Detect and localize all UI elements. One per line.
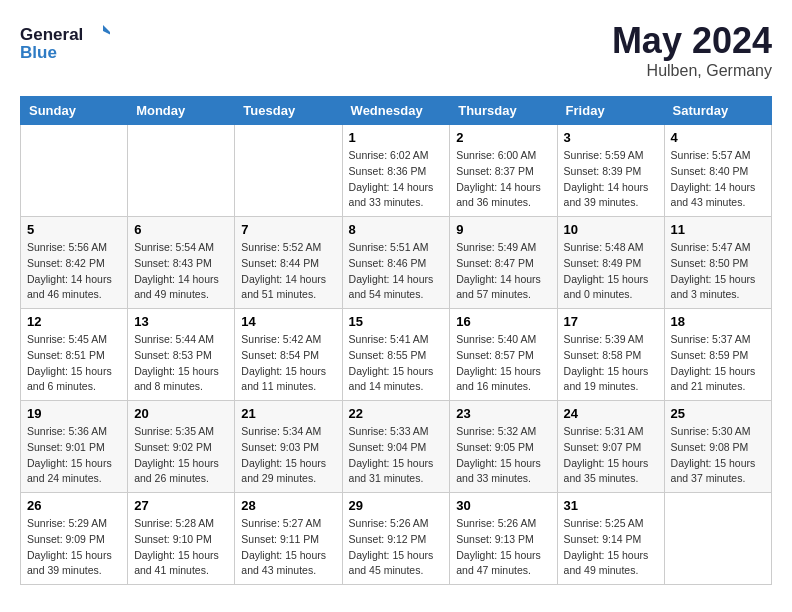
day-number: 30 bbox=[456, 498, 550, 513]
calendar-day-3: 3Sunrise: 5:59 AM Sunset: 8:39 PM Daylig… bbox=[557, 125, 664, 217]
day-info: Sunrise: 5:49 AM Sunset: 8:47 PM Dayligh… bbox=[456, 240, 550, 303]
day-info: Sunrise: 5:41 AM Sunset: 8:55 PM Dayligh… bbox=[349, 332, 444, 395]
day-number: 17 bbox=[564, 314, 658, 329]
day-info: Sunrise: 5:47 AM Sunset: 8:50 PM Dayligh… bbox=[671, 240, 765, 303]
day-number: 3 bbox=[564, 130, 658, 145]
calendar-day-18: 18Sunrise: 5:37 AM Sunset: 8:59 PM Dayli… bbox=[664, 309, 771, 401]
day-info: Sunrise: 5:57 AM Sunset: 8:40 PM Dayligh… bbox=[671, 148, 765, 211]
day-number: 27 bbox=[134, 498, 228, 513]
month-title: May 2024 bbox=[612, 20, 772, 62]
day-number: 2 bbox=[456, 130, 550, 145]
calendar-day-7: 7Sunrise: 5:52 AM Sunset: 8:44 PM Daylig… bbox=[235, 217, 342, 309]
weekday-header-friday: Friday bbox=[557, 97, 664, 125]
empty-day-cell bbox=[664, 493, 771, 585]
day-info: Sunrise: 5:48 AM Sunset: 8:49 PM Dayligh… bbox=[564, 240, 658, 303]
location-subtitle: Hulben, Germany bbox=[612, 62, 772, 80]
calendar-day-12: 12Sunrise: 5:45 AM Sunset: 8:51 PM Dayli… bbox=[21, 309, 128, 401]
weekday-header-wednesday: Wednesday bbox=[342, 97, 450, 125]
calendar-day-10: 10Sunrise: 5:48 AM Sunset: 8:49 PM Dayli… bbox=[557, 217, 664, 309]
day-info: Sunrise: 5:42 AM Sunset: 8:54 PM Dayligh… bbox=[241, 332, 335, 395]
day-number: 12 bbox=[27, 314, 121, 329]
day-info: Sunrise: 5:25 AM Sunset: 9:14 PM Dayligh… bbox=[564, 516, 658, 579]
calendar-day-4: 4Sunrise: 5:57 AM Sunset: 8:40 PM Daylig… bbox=[664, 125, 771, 217]
weekday-header-saturday: Saturday bbox=[664, 97, 771, 125]
day-info: Sunrise: 6:02 AM Sunset: 8:36 PM Dayligh… bbox=[349, 148, 444, 211]
svg-text:General: General bbox=[20, 25, 83, 44]
weekday-header-tuesday: Tuesday bbox=[235, 97, 342, 125]
logo-svg: General Blue bbox=[20, 20, 110, 65]
day-number: 10 bbox=[564, 222, 658, 237]
day-info: Sunrise: 5:39 AM Sunset: 8:58 PM Dayligh… bbox=[564, 332, 658, 395]
day-number: 7 bbox=[241, 222, 335, 237]
calendar-day-6: 6Sunrise: 5:54 AM Sunset: 8:43 PM Daylig… bbox=[128, 217, 235, 309]
calendar-week-row: 1Sunrise: 6:02 AM Sunset: 8:36 PM Daylig… bbox=[21, 125, 772, 217]
weekday-header-thursday: Thursday bbox=[450, 97, 557, 125]
day-number: 13 bbox=[134, 314, 228, 329]
title-block: May 2024 Hulben, Germany bbox=[612, 20, 772, 80]
day-number: 28 bbox=[241, 498, 335, 513]
calendar-day-19: 19Sunrise: 5:36 AM Sunset: 9:01 PM Dayli… bbox=[21, 401, 128, 493]
calendar-week-row: 12Sunrise: 5:45 AM Sunset: 8:51 PM Dayli… bbox=[21, 309, 772, 401]
day-number: 6 bbox=[134, 222, 228, 237]
day-info: Sunrise: 5:54 AM Sunset: 8:43 PM Dayligh… bbox=[134, 240, 228, 303]
day-info: Sunrise: 5:45 AM Sunset: 8:51 PM Dayligh… bbox=[27, 332, 121, 395]
svg-marker-2 bbox=[103, 25, 110, 37]
calendar-table: SundayMondayTuesdayWednesdayThursdayFrid… bbox=[20, 96, 772, 585]
calendar-week-row: 5Sunrise: 5:56 AM Sunset: 8:42 PM Daylig… bbox=[21, 217, 772, 309]
weekday-header-row: SundayMondayTuesdayWednesdayThursdayFrid… bbox=[21, 97, 772, 125]
calendar-day-31: 31Sunrise: 5:25 AM Sunset: 9:14 PM Dayli… bbox=[557, 493, 664, 585]
day-info: Sunrise: 6:00 AM Sunset: 8:37 PM Dayligh… bbox=[456, 148, 550, 211]
day-info: Sunrise: 5:33 AM Sunset: 9:04 PM Dayligh… bbox=[349, 424, 444, 487]
calendar-day-30: 30Sunrise: 5:26 AM Sunset: 9:13 PM Dayli… bbox=[450, 493, 557, 585]
day-number: 25 bbox=[671, 406, 765, 421]
day-number: 8 bbox=[349, 222, 444, 237]
calendar-day-20: 20Sunrise: 5:35 AM Sunset: 9:02 PM Dayli… bbox=[128, 401, 235, 493]
calendar-day-11: 11Sunrise: 5:47 AM Sunset: 8:50 PM Dayli… bbox=[664, 217, 771, 309]
day-number: 1 bbox=[349, 130, 444, 145]
day-number: 9 bbox=[456, 222, 550, 237]
svg-text:Blue: Blue bbox=[20, 43, 57, 62]
calendar-day-23: 23Sunrise: 5:32 AM Sunset: 9:05 PM Dayli… bbox=[450, 401, 557, 493]
day-number: 22 bbox=[349, 406, 444, 421]
calendar-day-21: 21Sunrise: 5:34 AM Sunset: 9:03 PM Dayli… bbox=[235, 401, 342, 493]
day-number: 24 bbox=[564, 406, 658, 421]
day-info: Sunrise: 5:29 AM Sunset: 9:09 PM Dayligh… bbox=[27, 516, 121, 579]
day-number: 4 bbox=[671, 130, 765, 145]
calendar-day-28: 28Sunrise: 5:27 AM Sunset: 9:11 PM Dayli… bbox=[235, 493, 342, 585]
empty-day-cell bbox=[128, 125, 235, 217]
day-number: 5 bbox=[27, 222, 121, 237]
day-number: 19 bbox=[27, 406, 121, 421]
calendar-day-26: 26Sunrise: 5:29 AM Sunset: 9:09 PM Dayli… bbox=[21, 493, 128, 585]
day-number: 29 bbox=[349, 498, 444, 513]
day-number: 21 bbox=[241, 406, 335, 421]
calendar-day-8: 8Sunrise: 5:51 AM Sunset: 8:46 PM Daylig… bbox=[342, 217, 450, 309]
day-number: 20 bbox=[134, 406, 228, 421]
page-header: General Blue May 2024 Hulben, Germany bbox=[20, 20, 772, 80]
calendar-week-row: 19Sunrise: 5:36 AM Sunset: 9:01 PM Dayli… bbox=[21, 401, 772, 493]
calendar-day-25: 25Sunrise: 5:30 AM Sunset: 9:08 PM Dayli… bbox=[664, 401, 771, 493]
day-info: Sunrise: 5:27 AM Sunset: 9:11 PM Dayligh… bbox=[241, 516, 335, 579]
day-info: Sunrise: 5:40 AM Sunset: 8:57 PM Dayligh… bbox=[456, 332, 550, 395]
calendar-day-29: 29Sunrise: 5:26 AM Sunset: 9:12 PM Dayli… bbox=[342, 493, 450, 585]
day-info: Sunrise: 5:59 AM Sunset: 8:39 PM Dayligh… bbox=[564, 148, 658, 211]
day-number: 31 bbox=[564, 498, 658, 513]
day-info: Sunrise: 5:37 AM Sunset: 8:59 PM Dayligh… bbox=[671, 332, 765, 395]
day-info: Sunrise: 5:31 AM Sunset: 9:07 PM Dayligh… bbox=[564, 424, 658, 487]
day-number: 11 bbox=[671, 222, 765, 237]
weekday-header-sunday: Sunday bbox=[21, 97, 128, 125]
calendar-day-13: 13Sunrise: 5:44 AM Sunset: 8:53 PM Dayli… bbox=[128, 309, 235, 401]
day-info: Sunrise: 5:32 AM Sunset: 9:05 PM Dayligh… bbox=[456, 424, 550, 487]
day-number: 23 bbox=[456, 406, 550, 421]
calendar-week-row: 26Sunrise: 5:29 AM Sunset: 9:09 PM Dayli… bbox=[21, 493, 772, 585]
calendar-day-27: 27Sunrise: 5:28 AM Sunset: 9:10 PM Dayli… bbox=[128, 493, 235, 585]
calendar-day-2: 2Sunrise: 6:00 AM Sunset: 8:37 PM Daylig… bbox=[450, 125, 557, 217]
day-info: Sunrise: 5:56 AM Sunset: 8:42 PM Dayligh… bbox=[27, 240, 121, 303]
day-info: Sunrise: 5:34 AM Sunset: 9:03 PM Dayligh… bbox=[241, 424, 335, 487]
day-info: Sunrise: 5:44 AM Sunset: 8:53 PM Dayligh… bbox=[134, 332, 228, 395]
day-info: Sunrise: 5:28 AM Sunset: 9:10 PM Dayligh… bbox=[134, 516, 228, 579]
calendar-day-17: 17Sunrise: 5:39 AM Sunset: 8:58 PM Dayli… bbox=[557, 309, 664, 401]
day-info: Sunrise: 5:26 AM Sunset: 9:12 PM Dayligh… bbox=[349, 516, 444, 579]
day-number: 15 bbox=[349, 314, 444, 329]
day-number: 26 bbox=[27, 498, 121, 513]
calendar-day-16: 16Sunrise: 5:40 AM Sunset: 8:57 PM Dayli… bbox=[450, 309, 557, 401]
